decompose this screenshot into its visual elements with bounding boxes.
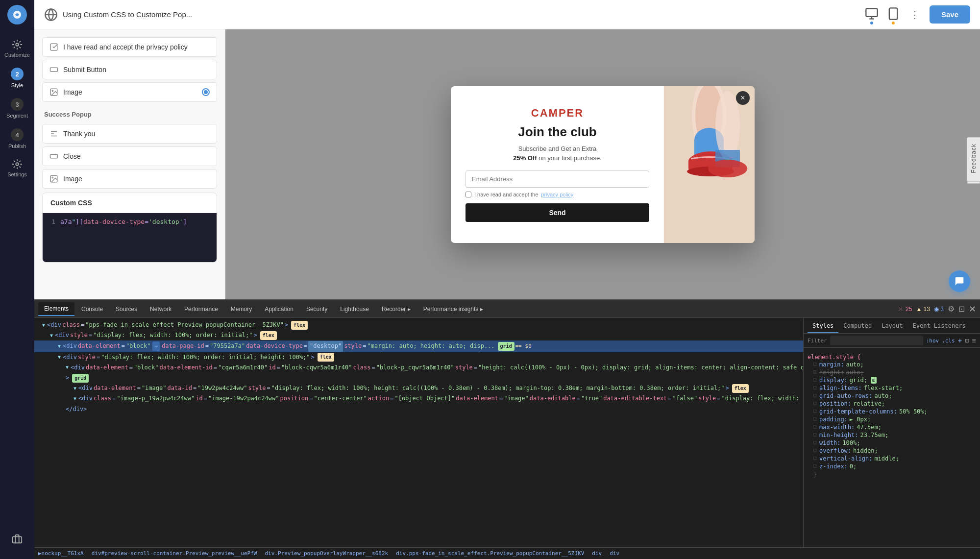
css-prop-padding[interactable]: □ padding: ► 0px; <box>808 415 976 423</box>
css-prop-display[interactable]: □ display: grid; ⊞ <box>808 376 976 384</box>
mobile-device-btn[interactable] <box>886 7 900 23</box>
html-line-6[interactable]: > grid <box>34 373 803 383</box>
triangle-2[interactable]: ▼ <box>50 332 53 340</box>
css-prop-align-items[interactable]: □ align-items: flex-start; <box>808 384 976 392</box>
css-prop-vertical-align[interactable]: □ vertical-align: middle; <box>808 455 976 462</box>
css-prop-width[interactable]: □ width: 100%; <box>808 439 976 447</box>
devtools-tab-recorder[interactable]: Recorder ▸ <box>376 303 416 316</box>
html-line-4[interactable]: ▼ <div style="display: flex; width: 100%… <box>34 352 803 363</box>
sidebar-item-settings[interactable]: Settings <box>0 154 34 182</box>
styles-options-icon[interactable]: ⊡ <box>965 337 969 344</box>
heading-icon <box>49 129 58 138</box>
popup-close-button[interactable]: × <box>736 91 750 105</box>
css-prop-max-width[interactable]: □ max-width: 47.5em; <box>808 423 976 431</box>
add-style-btn[interactable]: + <box>958 337 962 344</box>
css-prop-grid-auto-rows[interactable]: □ grid-auto-rows: auto; <box>808 392 976 400</box>
custom-css-editor[interactable]: 1 a7a"][data-device-type='desktop'] <box>43 213 217 262</box>
devtools-tab-performance[interactable]: Performance <box>178 303 224 316</box>
triangle-1[interactable]: ▼ <box>42 321 45 329</box>
triangle-7[interactable]: ▼ <box>74 395 76 403</box>
image-item-2[interactable]: Image <box>42 169 217 189</box>
devtools-close-btn[interactable]: ✕ <box>969 304 976 315</box>
popup-privacy-checkbox[interactable] <box>466 192 471 197</box>
css-prop-z-index[interactable]: □ z-index: 0; <box>808 462 976 470</box>
styles-more-btn[interactable]: ≡ <box>972 337 976 344</box>
devtools-tab-memory[interactable]: Memory <box>225 303 258 316</box>
devtools-tab-security[interactable]: Security <box>300 303 333 316</box>
breadcrumb-4[interactable]: div.pps-fade_in_scale_effect.Preview_pop… <box>396 550 584 557</box>
html-line-9[interactable]: </div> <box>34 404 803 414</box>
devtools-tab-application[interactable]: Application <box>259 303 299 316</box>
css-prop-overflow[interactable]: □ overflow: hidden; <box>808 447 976 455</box>
html-line-7[interactable]: ▼ <div data-element="image" data-id="19w… <box>34 383 803 393</box>
css-prop-margin[interactable]: □ margin: auto; <box>808 361 976 368</box>
cls-toggle[interactable]: .cls <box>942 338 955 344</box>
devtools-dock-icon[interactable]: ⊡ <box>958 304 965 314</box>
devtools-tab-console[interactable]: Console <box>75 303 109 316</box>
chat-button[interactable] <box>949 270 970 292</box>
css-prop-min-height[interactable]: □ min-height: 23.75em; <box>808 431 976 439</box>
devtools-tab-sources[interactable]: Sources <box>110 303 143 316</box>
styles-tab-layout[interactable]: Layout <box>877 319 907 333</box>
html-line-3[interactable]: ▼ <div data-element="block" → data-page-… <box>34 340 803 352</box>
app-logo[interactable] <box>7 5 27 24</box>
sidebar-item-publish-label: Publish <box>8 143 26 149</box>
mobile-active-dot <box>892 22 895 24</box>
triangle-6[interactable]: ▼ <box>74 385 76 392</box>
devtools-html-panel[interactable]: ▼ <div class="pps-fade_in_scale_effect P… <box>34 318 804 559</box>
svg-point-2 <box>16 163 19 166</box>
breadcrumb-6[interactable]: div <box>610 550 619 557</box>
more-options-btn[interactable]: ⋮ <box>910 9 920 21</box>
devtools-tab-performance-insights[interactable]: Performance insights ▸ <box>417 303 489 316</box>
html-line-5[interactable]: ▼ <div data-element="block" data-element… <box>34 363 803 373</box>
styles-tab-computed[interactable]: Computed <box>838 319 877 333</box>
image-item-1[interactable]: Image <box>42 82 217 102</box>
triangle-3[interactable]: ▼ <box>58 342 61 350</box>
devtools-tab-elements[interactable]: Elements <box>38 302 74 316</box>
breadcrumb-3[interactable]: div.Preview_popupOverlayWrapper__s682k <box>265 550 388 557</box>
sidebar-item-customize[interactable]: Customize <box>0 34 34 63</box>
css-prop-height[interactable]: □ height: auto; <box>808 368 976 376</box>
grid-badge-2: grid <box>72 374 89 383</box>
css-prop-grid-template-columns[interactable]: □ grid-template-columns: 50% 50%; <box>808 408 976 415</box>
html-line-8[interactable]: ▼ <div class="image-p_19w2pw4c24ww" id="… <box>34 393 803 404</box>
popup-email-input[interactable] <box>466 170 649 188</box>
styles-tab-styles[interactable]: Styles <box>808 319 838 333</box>
popup-privacy-link[interactable]: privacy policy <box>541 192 573 197</box>
sidebar-item-publish[interactable]: 4 Publish <box>0 123 34 154</box>
submit-button-item[interactable]: Submit Button <box>42 60 217 79</box>
thank-you-item[interactable]: Thank you <box>42 124 217 144</box>
save-button[interactable]: Save <box>930 5 970 24</box>
sidebar-item-style[interactable]: 2 Style <box>0 63 34 93</box>
image-icon-1 <box>49 88 58 97</box>
close-label: Close <box>63 152 81 160</box>
breadcrumb-1[interactable]: ▶nockup__TG1xA <box>38 550 84 557</box>
success-popup-section: Success Popup <box>34 105 225 121</box>
triangle-4[interactable]: ▼ <box>58 353 61 361</box>
breadcrumb-2[interactable]: div#preview-scroll-container.Preview_pre… <box>92 550 257 557</box>
html-line-1[interactable]: ▼ <div class="pps-fade_in_scale_effect P… <box>34 320 803 330</box>
feedback-side-panel[interactable]: Feedback <box>967 137 980 182</box>
custom-css-box: Custom CSS 1 a7a"][data-device-type='des… <box>42 193 217 263</box>
devtools-tab-network[interactable]: Network <box>144 303 177 316</box>
styles-tab-event-listeners[interactable]: Event Listeners <box>908 319 971 333</box>
popup-container: × CAMPER Join the club Subscribe and Get… <box>451 86 755 243</box>
breadcrumb-5[interactable]: div <box>592 550 602 557</box>
popup-right-panel <box>664 86 755 243</box>
css-prop-position[interactable]: □ position: relative; <box>808 400 976 408</box>
triangle-5[interactable]: ▼ <box>66 364 69 371</box>
close-item[interactable]: Close <box>42 146 217 166</box>
flex-badge-2: flex <box>260 331 277 340</box>
devtools-settings-icon[interactable]: ⚙ <box>948 304 955 314</box>
devtools-tab-lighthouse[interactable]: Lighthouse <box>334 303 375 316</box>
sidebar-item-store[interactable] <box>12 529 23 551</box>
grid-badge: grid <box>498 342 514 351</box>
desktop-device-btn[interactable] <box>865 7 879 23</box>
privacy-policy-item[interactable]: I have read and accept the privacy polic… <box>42 37 217 57</box>
html-line-2[interactable]: ▼ <div style="display: flex; width: 100%… <box>34 330 803 340</box>
submit-button-label: Submit Button <box>63 66 106 73</box>
hover-toggle[interactable]: :hov <box>926 338 939 344</box>
popup-send-button[interactable]: Send <box>466 203 649 222</box>
styles-filter-input[interactable] <box>830 336 923 345</box>
sidebar-item-segment[interactable]: 3 Segment <box>0 93 34 123</box>
